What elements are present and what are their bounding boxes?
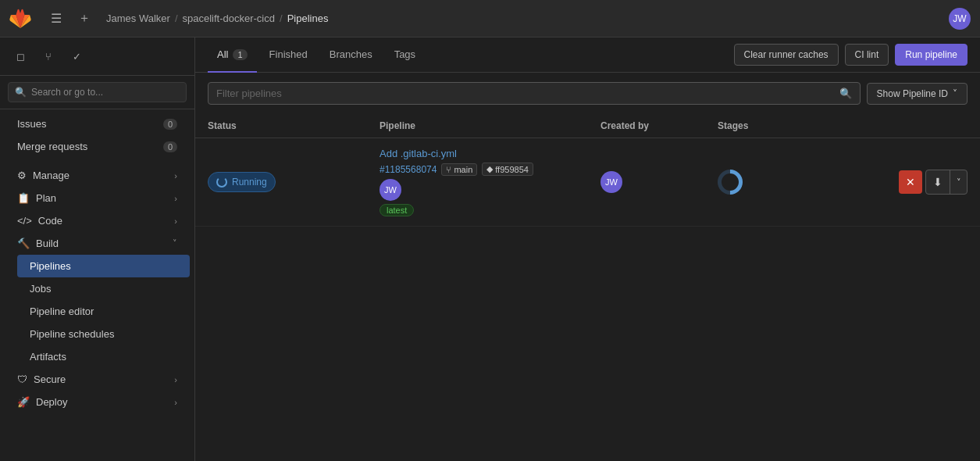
sidebar-group-secure-label: Secure (34, 373, 66, 385)
sidebar-group-plan-left: 📋 Plan (17, 192, 56, 204)
deploy-icon: 🚀 (17, 396, 30, 408)
stage-inner-circle (722, 173, 739, 191)
sidebar-item-artifacts-label: Artifacts (30, 351, 66, 363)
clear-runner-caches-button[interactable]: Clear runner caches (734, 44, 839, 66)
sidebar-group-code[interactable]: </> Code › (5, 209, 190, 232)
breadcrumb-sep1: / (175, 13, 178, 24)
filter-bar: 🔍 Show Pipeline ID ˅ (195, 73, 980, 114)
col-actions (874, 120, 968, 131)
sidebar-group-deploy[interactable]: 🚀 Deploy › (5, 391, 190, 413)
download-icon[interactable]: ⬇ (926, 170, 950, 194)
created-by-cell: JW (600, 171, 718, 193)
sidebar-item-merge-requests[interactable]: Merge requests 0 (5, 135, 190, 158)
sidebar-item-pipeline-editor[interactable]: Pipeline editor (17, 300, 190, 323)
sidebar-merge-badge: 0 (163, 141, 177, 152)
show-pipeline-id-label: Show Pipeline ID (877, 88, 948, 99)
show-pipeline-id-button[interactable]: Show Pipeline ID ˅ (867, 83, 968, 105)
sidebar-item-jobs[interactable]: Jobs (17, 277, 190, 300)
stage-progress-icon (718, 170, 743, 195)
filter-search-icon: 🔍 (839, 88, 852, 99)
tab-finished[interactable]: Finished (260, 38, 317, 73)
sidebar-group-deploy-label: Deploy (36, 396, 67, 408)
commit-icon: ◆ (486, 164, 493, 174)
branch-name: main (454, 165, 472, 174)
sidebar-issues-badge: 0 (163, 119, 177, 130)
breadcrumb: James Walker / spacelift-docker-cicd / P… (106, 13, 939, 24)
sidebar-issues-icon[interactable]: ◻ (8, 44, 33, 69)
sidebar-group-code-label: Code (38, 215, 62, 227)
tab-branches[interactable]: Branches (320, 38, 382, 73)
col-status: Status (208, 120, 380, 131)
sidebar-group-secure[interactable]: 🛡 Secure › (5, 368, 190, 391)
sidebar-merge-icon[interactable]: ⑂ (36, 44, 61, 69)
tabs-bar: All 1 Finished Branches Tags Clear runne… (195, 38, 980, 73)
sidebar-group-plan-label: Plan (36, 192, 56, 204)
plan-icon: 📋 (17, 192, 30, 204)
pipeline-id[interactable]: #1185568074 (380, 164, 437, 175)
avatar[interactable]: JW (949, 8, 971, 30)
filter-input[interactable] (216, 88, 835, 99)
branch-icon: ⑂ (446, 165, 451, 174)
sidebar-section-groups: ⚙ Manage › 📋 Plan › </> Code › (0, 161, 194, 416)
sidebar-item-pipeline-schedules-label: Pipeline schedules (30, 328, 114, 340)
created-by-avatar: JW (600, 171, 622, 193)
tab-tags[interactable]: Tags (385, 38, 425, 73)
tab-all[interactable]: All 1 (208, 38, 257, 73)
sidebar-item-pipelines[interactable]: Pipelines (17, 255, 190, 277)
sidebar-group-build-label: Build (36, 238, 59, 249)
breadcrumb-user[interactable]: James Walker (106, 13, 170, 24)
pipeline-avatar-row: JW (380, 179, 600, 201)
cancel-pipeline-button[interactable]: ✕ (899, 170, 922, 194)
sidebar-toggle-icon[interactable]: ☰ (44, 6, 69, 31)
ci-lint-button[interactable]: CI lint (845, 44, 889, 66)
sidebar-group-plan[interactable]: 📋 Plan › (5, 187, 190, 209)
create-new-icon[interactable]: ＋ (72, 6, 97, 31)
status-badge: Running (208, 172, 276, 192)
stages-cell (718, 170, 874, 195)
show-pipeline-id-chevron-icon: ˅ (953, 88, 957, 99)
sidebar-item-merge-label: Merge requests (17, 141, 87, 152)
search-bar[interactable]: 🔍 Search or go to... (0, 76, 194, 109)
tab-all-label: All (217, 48, 228, 60)
table-header: Status Pipeline Created by Stages (195, 114, 980, 138)
commit-hash: ff959854 (495, 165, 529, 174)
sidebar-group-build[interactable]: 🔨 Build ˅ (5, 232, 190, 255)
sidebar-item-artifacts[interactable]: Artifacts (17, 345, 190, 368)
sidebar-group-manage-left: ⚙ Manage (17, 170, 69, 181)
sidebar-build-submenu: Pipelines Jobs Pipeline editor Pipeline … (0, 255, 194, 368)
sidebar-group-manage[interactable]: ⚙ Manage › (5, 164, 190, 187)
gitlab-logo[interactable] (9, 8, 31, 30)
manage-chevron-icon: › (174, 171, 177, 180)
pipeline-latest-tag: latest (380, 204, 414, 216)
download-caret-icon[interactable]: ˅ (950, 170, 967, 194)
sidebar-item-pipeline-schedules[interactable]: Pipeline schedules (17, 323, 190, 345)
filter-input-wrap[interactable]: 🔍 (208, 82, 861, 105)
plan-chevron-icon: › (174, 194, 177, 203)
col-created-by: Created by (600, 120, 718, 131)
search-icon: 🔍 (15, 87, 27, 98)
sidebar-group-build-left: 🔨 Build (17, 238, 59, 249)
pipeline-table: Status Pipeline Created by Stages Runnin… (195, 114, 980, 461)
col-pipeline: Pipeline (380, 120, 600, 131)
main-layout: ◻ ⑂ ✓ 🔍 Search or go to... Issues 0 Merg… (0, 38, 980, 461)
secure-icon: 🛡 (17, 373, 27, 385)
search-input[interactable]: 🔍 Search or go to... (8, 82, 187, 102)
breadcrumb-project[interactable]: spacelift-docker-cicd (183, 13, 276, 24)
sidebar: ◻ ⑂ ✓ 🔍 Search or go to... Issues 0 Merg… (0, 38, 195, 461)
tab-all-badge: 1 (233, 49, 247, 60)
run-pipeline-button[interactable]: Run pipeline (895, 44, 968, 66)
sidebar-group-secure-left: 🛡 Secure (17, 373, 66, 385)
nav-icons: ☰ ＋ (44, 6, 97, 31)
tabs-actions: Clear runner caches CI lint Run pipeline (734, 44, 968, 66)
sidebar-item-jobs-label: Jobs (30, 283, 51, 295)
download-artifacts-button[interactable]: ⬇ ˅ (925, 170, 968, 195)
sidebar-group-manage-label: Manage (33, 170, 69, 181)
manage-icon: ⚙ (17, 170, 27, 181)
tab-branches-label: Branches (330, 48, 372, 60)
pipeline-name-link[interactable]: Add .gitlab-ci.yml (380, 148, 457, 159)
search-placeholder: Search or go to... (31, 87, 103, 98)
tab-finished-label: Finished (269, 48, 308, 60)
sidebar-todo-icon[interactable]: ✓ (64, 44, 89, 69)
sidebar-item-issues[interactable]: Issues 0 (5, 113, 190, 135)
sidebar-group-code-left: </> Code (17, 215, 62, 227)
